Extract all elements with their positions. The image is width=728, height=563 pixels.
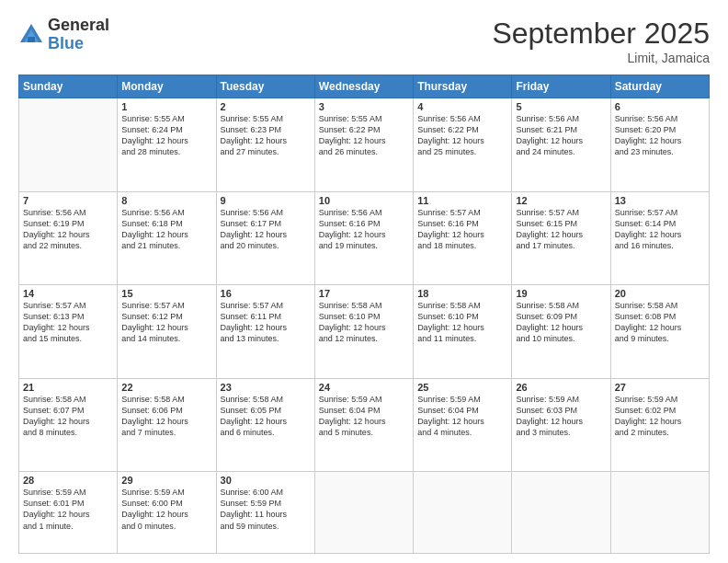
day-info: Sunrise: 5:57 AM Sunset: 6:12 PM Dayligh… bbox=[121, 300, 211, 345]
calendar-cell: 20Sunrise: 5:58 AM Sunset: 6:08 PM Dayli… bbox=[610, 285, 709, 379]
day-number: 20 bbox=[615, 288, 705, 299]
day-number: 14 bbox=[23, 288, 113, 299]
day-info: Sunrise: 5:56 AM Sunset: 6:19 PM Dayligh… bbox=[23, 207, 113, 252]
day-number: 29 bbox=[121, 475, 211, 486]
calendar-cell: 19Sunrise: 5:58 AM Sunset: 6:09 PM Dayli… bbox=[512, 285, 610, 379]
header: General Blue September 2025 Limit, Jamai… bbox=[18, 17, 710, 65]
month-title: September 2025 bbox=[492, 17, 710, 51]
day-info: Sunrise: 5:58 AM Sunset: 6:06 PM Dayligh… bbox=[121, 394, 211, 439]
day-header-saturday: Saturday bbox=[610, 75, 709, 98]
calendar-cell: 1Sunrise: 5:55 AM Sunset: 6:24 PM Daylig… bbox=[118, 98, 216, 192]
calendar-cell bbox=[512, 472, 610, 554]
day-number: 4 bbox=[417, 101, 507, 112]
day-number: 27 bbox=[615, 382, 705, 393]
day-number: 17 bbox=[319, 288, 409, 299]
day-info: Sunrise: 5:58 AM Sunset: 6:10 PM Dayligh… bbox=[319, 300, 409, 345]
day-header-monday: Monday bbox=[118, 75, 216, 98]
calendar-cell: 14Sunrise: 5:57 AM Sunset: 6:13 PM Dayli… bbox=[19, 285, 118, 379]
title-block: September 2025 Limit, Jamaica bbox=[492, 17, 710, 65]
day-info: Sunrise: 5:55 AM Sunset: 6:24 PM Dayligh… bbox=[121, 113, 211, 158]
day-header-thursday: Thursday bbox=[414, 75, 512, 98]
day-info: Sunrise: 5:57 AM Sunset: 6:15 PM Dayligh… bbox=[516, 207, 606, 252]
logo-blue: Blue bbox=[48, 35, 109, 53]
day-info: Sunrise: 5:55 AM Sunset: 6:22 PM Dayligh… bbox=[319, 113, 409, 158]
day-number: 12 bbox=[516, 195, 606, 206]
day-info: Sunrise: 5:57 AM Sunset: 6:14 PM Dayligh… bbox=[615, 207, 705, 252]
logo-general: General bbox=[48, 17, 109, 35]
calendar-cell: 30Sunrise: 6:00 AM Sunset: 5:59 PM Dayli… bbox=[216, 472, 314, 554]
day-number: 3 bbox=[319, 101, 409, 112]
day-number: 28 bbox=[23, 475, 113, 486]
day-number: 24 bbox=[319, 382, 409, 393]
calendar-cell: 29Sunrise: 5:59 AM Sunset: 6:00 PM Dayli… bbox=[118, 472, 216, 554]
calendar-cell bbox=[610, 472, 709, 554]
day-number: 30 bbox=[221, 475, 311, 486]
day-number: 1 bbox=[121, 101, 211, 112]
logo: General Blue bbox=[18, 17, 109, 53]
calendar-cell: 28Sunrise: 5:59 AM Sunset: 6:01 PM Dayli… bbox=[19, 472, 118, 554]
day-header-tuesday: Tuesday bbox=[216, 75, 314, 98]
day-info: Sunrise: 5:56 AM Sunset: 6:18 PM Dayligh… bbox=[121, 207, 211, 252]
day-info: Sunrise: 5:58 AM Sunset: 6:08 PM Dayligh… bbox=[615, 300, 705, 345]
calendar-cell: 7Sunrise: 5:56 AM Sunset: 6:19 PM Daylig… bbox=[19, 191, 118, 285]
calendar-cell: 16Sunrise: 5:57 AM Sunset: 6:11 PM Dayli… bbox=[216, 285, 314, 379]
day-info: Sunrise: 5:59 AM Sunset: 6:04 PM Dayligh… bbox=[319, 394, 409, 439]
day-number: 26 bbox=[516, 382, 606, 393]
day-info: Sunrise: 5:59 AM Sunset: 6:01 PM Dayligh… bbox=[23, 487, 113, 532]
week-row-2: 14Sunrise: 5:57 AM Sunset: 6:13 PM Dayli… bbox=[19, 285, 710, 379]
day-info: Sunrise: 6:00 AM Sunset: 5:59 PM Dayligh… bbox=[221, 487, 311, 532]
day-info: Sunrise: 5:56 AM Sunset: 6:17 PM Dayligh… bbox=[221, 207, 311, 252]
day-number: 21 bbox=[23, 382, 113, 393]
day-number: 10 bbox=[319, 195, 409, 206]
day-info: Sunrise: 5:59 AM Sunset: 6:00 PM Dayligh… bbox=[121, 487, 211, 532]
day-number: 13 bbox=[615, 195, 705, 206]
calendar-cell: 5Sunrise: 5:56 AM Sunset: 6:21 PM Daylig… bbox=[512, 98, 610, 192]
day-number: 18 bbox=[417, 288, 507, 299]
week-row-0: 1Sunrise: 5:55 AM Sunset: 6:24 PM Daylig… bbox=[19, 98, 710, 192]
logo-text: General Blue bbox=[48, 17, 109, 53]
day-info: Sunrise: 5:58 AM Sunset: 6:07 PM Dayligh… bbox=[23, 394, 113, 439]
day-info: Sunrise: 5:59 AM Sunset: 6:02 PM Dayligh… bbox=[615, 394, 705, 439]
day-info: Sunrise: 5:57 AM Sunset: 6:13 PM Dayligh… bbox=[23, 300, 113, 345]
calendar-cell bbox=[414, 472, 512, 554]
day-number: 9 bbox=[221, 195, 311, 206]
calendar-cell: 24Sunrise: 5:59 AM Sunset: 6:04 PM Dayli… bbox=[314, 378, 413, 472]
calendar-cell: 21Sunrise: 5:58 AM Sunset: 6:07 PM Dayli… bbox=[19, 378, 118, 472]
calendar-cell: 23Sunrise: 5:58 AM Sunset: 6:05 PM Dayli… bbox=[216, 378, 314, 472]
day-info: Sunrise: 5:58 AM Sunset: 6:05 PM Dayligh… bbox=[221, 394, 311, 439]
day-header-sunday: Sunday bbox=[19, 75, 118, 98]
day-info: Sunrise: 5:56 AM Sunset: 6:21 PM Dayligh… bbox=[516, 113, 606, 158]
calendar-cell: 10Sunrise: 5:56 AM Sunset: 6:16 PM Dayli… bbox=[314, 191, 413, 285]
calendar-cell: 12Sunrise: 5:57 AM Sunset: 6:15 PM Dayli… bbox=[512, 191, 610, 285]
calendar-cell: 9Sunrise: 5:56 AM Sunset: 6:17 PM Daylig… bbox=[216, 191, 314, 285]
day-number: 11 bbox=[417, 195, 507, 206]
calendar-cell bbox=[19, 98, 118, 192]
calendar-header-row: SundayMondayTuesdayWednesdayThursdayFrid… bbox=[19, 75, 710, 98]
day-number: 2 bbox=[221, 101, 311, 112]
day-number: 25 bbox=[417, 382, 507, 393]
day-number: 23 bbox=[221, 382, 311, 393]
week-row-1: 7Sunrise: 5:56 AM Sunset: 6:19 PM Daylig… bbox=[19, 191, 710, 285]
calendar-cell: 25Sunrise: 5:59 AM Sunset: 6:04 PM Dayli… bbox=[414, 378, 512, 472]
day-number: 5 bbox=[516, 101, 606, 112]
calendar-cell: 27Sunrise: 5:59 AM Sunset: 6:02 PM Dayli… bbox=[610, 378, 709, 472]
week-row-4: 28Sunrise: 5:59 AM Sunset: 6:01 PM Dayli… bbox=[19, 472, 710, 554]
day-info: Sunrise: 5:56 AM Sunset: 6:22 PM Dayligh… bbox=[417, 113, 507, 158]
day-info: Sunrise: 5:57 AM Sunset: 6:11 PM Dayligh… bbox=[221, 300, 311, 345]
location: Limit, Jamaica bbox=[492, 51, 710, 65]
calendar-cell: 3Sunrise: 5:55 AM Sunset: 6:22 PM Daylig… bbox=[314, 98, 413, 192]
day-number: 7 bbox=[23, 195, 113, 206]
calendar-cell: 22Sunrise: 5:58 AM Sunset: 6:06 PM Dayli… bbox=[118, 378, 216, 472]
day-info: Sunrise: 5:59 AM Sunset: 6:03 PM Dayligh… bbox=[516, 394, 606, 439]
day-header-friday: Friday bbox=[512, 75, 610, 98]
day-number: 8 bbox=[121, 195, 211, 206]
calendar-cell: 11Sunrise: 5:57 AM Sunset: 6:16 PM Dayli… bbox=[414, 191, 512, 285]
svg-rect-2 bbox=[28, 37, 35, 42]
calendar-cell: 4Sunrise: 5:56 AM Sunset: 6:22 PM Daylig… bbox=[414, 98, 512, 192]
day-info: Sunrise: 5:58 AM Sunset: 6:10 PM Dayligh… bbox=[417, 300, 507, 345]
calendar-cell: 6Sunrise: 5:56 AM Sunset: 6:20 PM Daylig… bbox=[610, 98, 709, 192]
calendar-cell: 17Sunrise: 5:58 AM Sunset: 6:10 PM Dayli… bbox=[314, 285, 413, 379]
day-number: 6 bbox=[615, 101, 705, 112]
calendar-cell: 18Sunrise: 5:58 AM Sunset: 6:10 PM Dayli… bbox=[414, 285, 512, 379]
day-header-wednesday: Wednesday bbox=[314, 75, 413, 98]
